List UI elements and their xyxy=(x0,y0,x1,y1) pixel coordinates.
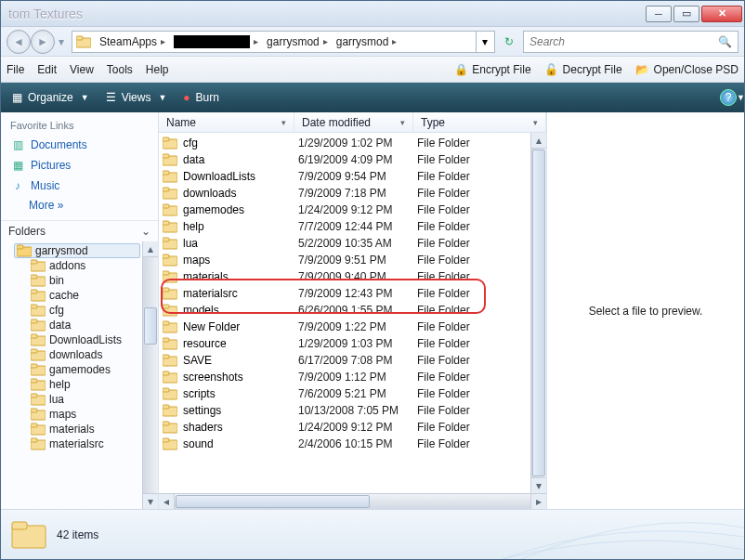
decrypt-file-button[interactable]: 🔓Decrypt File xyxy=(544,62,622,77)
cell-name: data xyxy=(183,153,298,166)
menu-view[interactable]: View xyxy=(70,63,94,76)
table-row[interactable]: maps7/9/2009 9:51 PMFile Folder xyxy=(159,252,530,268)
fav-documents[interactable]: ▥Documents xyxy=(10,135,149,155)
menu-edit[interactable]: Edit xyxy=(37,63,57,76)
table-row[interactable]: cfg1/29/2009 1:02 PMFile Folder xyxy=(159,135,530,151)
table-row[interactable]: downloads7/9/2009 7:18 PMFile Folder xyxy=(159,185,530,202)
table-row[interactable]: help7/7/2009 12:44 PMFile Folder xyxy=(159,218,530,235)
tree-item[interactable]: bin xyxy=(31,273,140,288)
col-type[interactable]: Type▾ xyxy=(413,112,546,132)
table-row[interactable]: SAVE6/17/2009 7:08 PMFile Folder xyxy=(159,352,530,369)
minimize-button[interactable]: ─ xyxy=(646,6,672,22)
table-row[interactable]: sound2/4/2006 10:15 PMFile Folder xyxy=(159,436,530,452)
cell-name: sound xyxy=(183,437,298,450)
menu-tools[interactable]: Tools xyxy=(107,63,133,76)
scroll-thumb[interactable] xyxy=(176,495,370,508)
table-row[interactable]: New Folder7/9/2009 1:22 PMFile Folder xyxy=(159,319,530,335)
table-row[interactable]: lua5/2/2009 10:35 AMFile Folder xyxy=(159,235,530,252)
burn-button[interactable]: ●Burn xyxy=(179,89,223,106)
svg-rect-69 xyxy=(12,522,27,529)
scroll-left-button[interactable]: ◂ xyxy=(159,494,175,509)
nav-history-dropdown[interactable]: ▾ xyxy=(55,30,68,54)
tree-item[interactable]: cfg xyxy=(31,303,140,318)
chevron-down-icon: ▼ xyxy=(158,93,166,102)
cmd-label: Views xyxy=(122,91,151,104)
back-button[interactable]: ◄ xyxy=(7,30,31,54)
breadcrumb-seg-1[interactable]: xxxxxxx▸ xyxy=(170,32,263,52)
maximize-button[interactable]: ▭ xyxy=(673,6,699,22)
file-rows[interactable]: cfg1/29/2009 1:02 PMFile Folderdata6/19/… xyxy=(159,133,530,493)
list-scrollbar-horizontal[interactable]: ◂ ▸ xyxy=(159,493,546,509)
table-row[interactable]: screenshots7/9/2009 1:12 PMFile Folder xyxy=(159,369,530,385)
table-row[interactable]: DownloadLists7/9/2009 9:54 PMFile Folder xyxy=(159,168,530,185)
cell-type: File Folder xyxy=(417,354,470,367)
tree-item[interactable]: lua xyxy=(31,392,140,407)
scroll-right-button[interactable]: ▸ xyxy=(530,494,546,509)
tree-item[interactable]: gamemodes xyxy=(31,362,140,377)
fav-pictures[interactable]: ▦Pictures xyxy=(10,155,149,176)
chevron-right-icon: ▸ xyxy=(254,36,258,46)
open-close-psd-button[interactable]: 📂Open/Close PSD xyxy=(635,62,738,77)
table-row[interactable]: shaders1/24/2009 9:12 PMFile Folder xyxy=(159,419,530,436)
scroll-down-button[interactable]: ▾ xyxy=(531,477,546,493)
tree-item[interactable]: data xyxy=(31,318,140,332)
organize-button[interactable]: ▦Organize▼ xyxy=(8,89,93,106)
tree-label: cfg xyxy=(49,304,64,317)
breadcrumb[interactable]: SteamApps▸ xxxxxxx▸ garrysmod▸ garrysmod… xyxy=(72,31,495,53)
tree-item[interactable]: addons xyxy=(31,258,140,273)
breadcrumb-seg-2[interactable]: garrysmod▸ xyxy=(263,32,333,52)
favorites-heading: Favorite Links xyxy=(10,120,149,131)
table-row[interactable]: resource1/29/2009 1:03 PMFile Folder xyxy=(159,335,530,352)
fav-more[interactable]: More » xyxy=(10,196,149,215)
svg-rect-27 xyxy=(31,423,37,427)
cell-date: 1/29/2009 1:02 PM xyxy=(298,137,417,150)
breadcrumb-seg-3[interactable]: garrysmod▸ xyxy=(333,32,402,52)
search-icon: 🔍 xyxy=(718,35,732,48)
tree-item[interactable]: cache xyxy=(31,288,140,303)
menu-help[interactable]: Help xyxy=(146,63,169,76)
table-row[interactable]: scripts7/6/2009 5:21 PMFile Folder xyxy=(159,385,530,402)
col-name[interactable]: Name▾ xyxy=(159,112,294,132)
tree-item[interactable]: materialsrc xyxy=(31,436,140,451)
scroll-thumb[interactable] xyxy=(144,307,157,345)
tree-label: bin xyxy=(49,274,64,287)
menu-file[interactable]: File xyxy=(7,63,24,76)
encrypt-file-button[interactable]: 🔒Encrypt File xyxy=(453,62,530,77)
tree-item-root[interactable]: garrysmod xyxy=(14,243,140,258)
table-row[interactable]: materialsrc7/9/2009 12:43 PMFile Folder xyxy=(159,285,530,302)
table-row[interactable]: gamemodes1/24/2009 9:12 PMFile Folder xyxy=(159,202,530,218)
scroll-up-button[interactable]: ▴ xyxy=(531,133,546,149)
breadcrumb-dropdown[interactable]: ▾ xyxy=(476,32,492,52)
table-row[interactable]: materials7/9/2009 9:40 PMFile Folder xyxy=(159,268,530,285)
tree-item[interactable]: help xyxy=(31,377,140,392)
breadcrumb-masked: xxxxxxx xyxy=(174,35,250,48)
scroll-thumb[interactable] xyxy=(532,150,545,476)
table-row[interactable]: data6/19/2009 4:09 PMFile Folder xyxy=(159,151,530,168)
tree-scrollbar[interactable]: ▴ ▾ xyxy=(142,241,158,509)
search-input[interactable] xyxy=(529,35,718,48)
scroll-up-button[interactable]: ▴ xyxy=(143,241,158,257)
list-scrollbar[interactable]: ▴ ▾ xyxy=(530,133,546,493)
views-button[interactable]: ☰Views▼ xyxy=(102,89,171,106)
help-button[interactable]: ?▼ xyxy=(720,89,737,106)
tree-item[interactable]: maps xyxy=(31,407,140,422)
fav-music[interactable]: ♪Music xyxy=(10,176,149,196)
forward-button[interactable]: ► xyxy=(31,30,55,54)
cell-name: SAVE xyxy=(183,354,298,367)
folder-tree[interactable]: garrysmod addonsbincachecfgdataDownloadL… xyxy=(1,241,142,509)
svg-rect-9 xyxy=(31,290,37,293)
tree-item[interactable]: DownloadLists xyxy=(31,332,140,347)
cell-name: materialsrc xyxy=(183,287,298,300)
table-row[interactable]: models6/26/2009 1:55 PMFile Folder xyxy=(159,302,530,319)
table-row[interactable]: settings10/13/2008 7:05 PMFile Folder xyxy=(159,402,530,419)
tree-item[interactable]: materials xyxy=(31,422,140,436)
close-button[interactable]: ✕ xyxy=(701,6,742,22)
tree-item[interactable]: downloads xyxy=(31,347,140,362)
col-date[interactable]: Date modified▾ xyxy=(294,112,413,132)
breadcrumb-seg-0[interactable]: SteamApps▸ xyxy=(96,32,170,52)
cell-type: File Folder xyxy=(417,437,470,450)
folders-header[interactable]: Folders ⌄ xyxy=(1,220,158,241)
refresh-button[interactable]: ↻ xyxy=(499,32,519,52)
scroll-down-button[interactable]: ▾ xyxy=(143,493,158,509)
search-box[interactable]: 🔍 xyxy=(523,31,738,53)
